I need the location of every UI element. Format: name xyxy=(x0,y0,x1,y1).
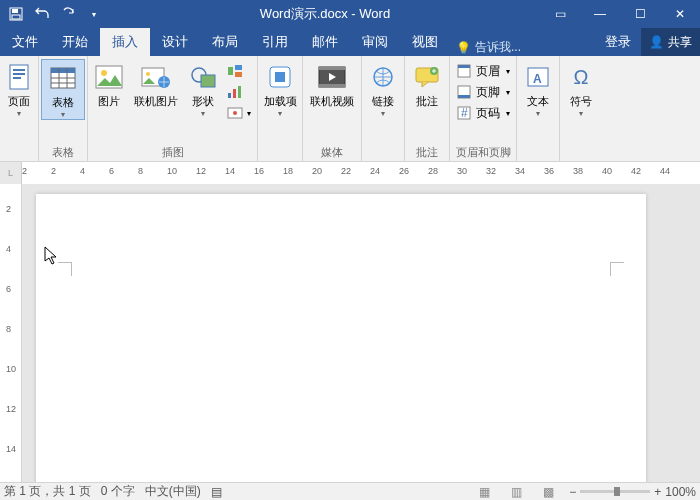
footer-label: 页脚 xyxy=(476,84,500,101)
zoom-in-button[interactable]: + xyxy=(654,485,661,499)
page-number-button[interactable]: #页码▾ xyxy=(456,103,510,123)
svg-rect-19 xyxy=(201,75,215,87)
tell-me-label: 告诉我... xyxy=(475,39,521,56)
symbol-button[interactable]: Ω 符号 ▾ xyxy=(562,59,600,118)
online-picture-icon xyxy=(140,61,172,93)
page-icon xyxy=(3,61,35,93)
page-number-icon: # xyxy=(456,105,472,121)
svg-text:A: A xyxy=(533,72,542,86)
svg-rect-29 xyxy=(275,72,285,82)
chevron-down-icon: ▾ xyxy=(17,109,21,118)
svg-rect-8 xyxy=(51,68,75,73)
shapes-button[interactable]: 形状 ▾ xyxy=(184,59,222,118)
illustrations-stack: ▾ xyxy=(223,59,255,125)
ribbon: 页面 ▾ 表格 ▾ 表格 图片 联机图片 xyxy=(0,56,700,162)
addin-icon xyxy=(264,61,296,93)
tab-mailings[interactable]: 邮件 xyxy=(300,28,350,56)
document-area: 2468101214 xyxy=(0,184,700,482)
comment-button[interactable]: 批注 xyxy=(407,59,447,107)
tab-layout[interactable]: 布局 xyxy=(200,28,250,56)
status-words[interactable]: 0 个字 xyxy=(101,483,135,500)
symbol-icon: Ω xyxy=(565,61,597,93)
save-button[interactable] xyxy=(4,2,28,26)
online-video-button[interactable]: 联机视频 xyxy=(305,59,359,107)
svg-rect-21 xyxy=(235,65,242,70)
link-button[interactable]: 链接 ▾ xyxy=(364,59,402,118)
page-button[interactable]: 页面 ▾ xyxy=(2,59,36,118)
svg-rect-6 xyxy=(13,77,21,79)
ruler-track: 2246810121416182022242628303234363840424… xyxy=(22,162,700,184)
tab-home[interactable]: 开始 xyxy=(50,28,100,56)
group-illustrations: 图片 联机图片 形状 ▾ ▾ 插图 xyxy=(88,56,258,161)
tab-file[interactable]: 文件 xyxy=(0,28,50,56)
tab-view[interactable]: 视图 xyxy=(400,28,450,56)
video-label: 联机视频 xyxy=(310,95,354,107)
share-button[interactable]: 👤共享 xyxy=(641,28,700,56)
footer-button[interactable]: 页脚▾ xyxy=(456,82,510,102)
table-icon xyxy=(47,62,79,94)
addin-button[interactable]: 加载项 ▾ xyxy=(260,59,300,118)
chevron-down-icon: ▾ xyxy=(278,109,282,118)
link-icon xyxy=(367,61,399,93)
redo-button[interactable] xyxy=(56,2,80,26)
online-picture-button[interactable]: 联机图片 xyxy=(129,59,183,107)
svg-rect-31 xyxy=(319,67,345,70)
status-page[interactable]: 第 1 页，共 1 页 xyxy=(4,483,91,500)
svg-rect-2 xyxy=(12,15,20,19)
share-label: 共享 xyxy=(668,34,692,51)
svg-point-27 xyxy=(233,111,237,115)
group-header-footer-label: 页眉和页脚 xyxy=(456,145,511,161)
undo-button[interactable] xyxy=(30,2,54,26)
picture-icon xyxy=(93,61,125,93)
page-label: 页面 xyxy=(8,95,30,107)
group-tables: 表格 ▾ 表格 xyxy=(39,56,88,161)
share-icon: 👤 xyxy=(649,35,664,49)
textbox-button[interactable]: A 文本 ▾ xyxy=(519,59,557,118)
zoom-level[interactable]: 100% xyxy=(665,485,696,499)
svg-rect-22 xyxy=(235,72,242,77)
minimize-button[interactable]: — xyxy=(580,0,620,28)
zoom-control: − + 100% xyxy=(569,485,696,499)
header-button[interactable]: 页眉▾ xyxy=(456,61,510,81)
qat-customize-dropdown[interactable]: ▾ xyxy=(82,2,106,26)
comment-label: 批注 xyxy=(416,95,438,107)
close-button[interactable]: ✕ xyxy=(660,0,700,28)
textbox-label: 文本 xyxy=(527,95,549,107)
chevron-down-icon: ▾ xyxy=(247,109,251,118)
maximize-button[interactable]: ☐ xyxy=(620,0,660,28)
chart-button[interactable] xyxy=(227,82,251,102)
view-print-layout[interactable]: ▥ xyxy=(505,485,527,499)
login-button[interactable]: 登录 xyxy=(595,28,641,56)
ribbon-display-button[interactable]: ▭ xyxy=(540,0,580,28)
tab-references[interactable]: 引用 xyxy=(250,28,300,56)
tell-me-search[interactable]: 💡告诉我... xyxy=(450,39,595,56)
view-read-mode[interactable]: ▦ xyxy=(473,485,495,499)
picture-button[interactable]: 图片 xyxy=(90,59,128,107)
group-tables-label: 表格 xyxy=(52,145,74,161)
smartart-button[interactable] xyxy=(227,61,251,81)
status-accessibility-icon[interactable]: ▤ xyxy=(211,485,222,499)
page-number-label: 页码 xyxy=(476,105,500,122)
chart-icon xyxy=(227,84,243,100)
svg-rect-1 xyxy=(12,9,18,13)
screenshot-button[interactable]: ▾ xyxy=(227,103,251,123)
view-web-layout[interactable]: ▩ xyxy=(537,485,559,499)
zoom-slider-thumb[interactable] xyxy=(614,487,620,496)
document-page[interactable] xyxy=(36,194,646,482)
quick-access-toolbar: ▾ xyxy=(0,2,110,26)
vertical-ruler[interactable]: 2468101214 xyxy=(0,184,22,482)
zoom-out-button[interactable]: − xyxy=(569,485,576,499)
tab-review[interactable]: 审阅 xyxy=(350,28,400,56)
tab-design[interactable]: 设计 xyxy=(150,28,200,56)
chevron-down-icon: ▾ xyxy=(201,109,205,118)
footer-icon xyxy=(456,84,472,100)
table-button[interactable]: 表格 ▾ xyxy=(41,59,85,120)
zoom-slider[interactable] xyxy=(580,490,650,493)
horizontal-ruler[interactable]: L 22468101214161820222426283032343638404… xyxy=(0,162,700,184)
group-header-footer: 页眉▾ 页脚▾ #页码▾ 页眉和页脚 xyxy=(450,56,517,161)
chevron-down-icon: ▾ xyxy=(579,109,583,118)
status-language[interactable]: 中文(中国) xyxy=(145,483,201,500)
tab-insert[interactable]: 插入 xyxy=(100,28,150,56)
page-container[interactable] xyxy=(22,184,700,482)
svg-point-16 xyxy=(146,72,150,76)
